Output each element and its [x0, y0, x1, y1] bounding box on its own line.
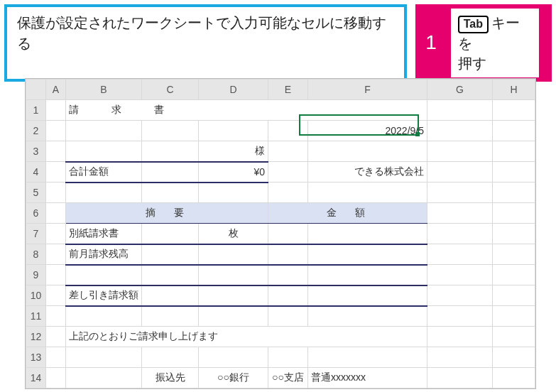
cell-E10[interactable] [268, 285, 308, 306]
cell-C9[interactable] [142, 265, 199, 285]
cell-G7[interactable] [427, 224, 493, 244]
cell-E13[interactable] [268, 347, 308, 368]
cell-C5[interactable] [142, 183, 199, 203]
cell-F5[interactable] [308, 183, 427, 203]
cell-D13[interactable] [199, 347, 268, 368]
worksheet[interactable]: A B C D E F G H 1 請 求 書 2 2022/9/5 [25, 78, 536, 389]
cell-G10[interactable] [427, 285, 493, 306]
row-header-10[interactable]: 10 [26, 285, 46, 306]
cell-D7[interactable]: 枚 [199, 224, 268, 244]
cell-D4-total[interactable]: ¥0 [199, 162, 268, 183]
row-header-1[interactable]: 1 [26, 100, 46, 121]
cell-D2[interactable] [199, 121, 268, 141]
cell-E2[interactable] [268, 121, 308, 141]
cell-E7[interactable] [268, 224, 308, 244]
cell-G14[interactable] [427, 368, 493, 388]
col-header-F[interactable]: F [308, 80, 427, 100]
cell-C14[interactable]: 振込先 [142, 368, 199, 388]
cell-H7[interactable] [493, 224, 535, 244]
row-header-13[interactable]: 13 [26, 347, 46, 368]
section-header-desc[interactable]: 摘 要 [66, 203, 268, 224]
row-header-4[interactable]: 4 [26, 162, 46, 183]
col-header-E[interactable]: E [268, 80, 308, 100]
cell-H11[interactable] [493, 306, 535, 327]
cell-A14[interactable] [46, 368, 66, 388]
cell-D10[interactable] [199, 285, 268, 306]
cell-F7[interactable] [308, 224, 427, 244]
row-header-5[interactable]: 5 [26, 183, 46, 203]
cell-E8[interactable] [268, 244, 308, 265]
cell-H10[interactable] [493, 285, 535, 306]
cell-A4[interactable] [46, 162, 66, 183]
cell-E3[interactable] [268, 141, 308, 162]
cell-A2[interactable] [46, 121, 66, 141]
cell-F14[interactable]: 普通xxxxxxx [308, 368, 427, 388]
cell-D8[interactable] [199, 244, 268, 265]
cell-E9[interactable] [268, 265, 308, 285]
cell-F11[interactable] [308, 306, 427, 327]
cell-G13[interactable] [427, 347, 493, 368]
cell-H5[interactable] [493, 183, 535, 203]
cell-F8[interactable] [308, 244, 427, 265]
cell-D3[interactable]: 様 [199, 141, 268, 162]
row-header-8[interactable]: 8 [26, 244, 46, 265]
cell-H9[interactable] [493, 265, 535, 285]
col-header-H[interactable]: H [493, 80, 535, 100]
cell-F3[interactable] [308, 141, 427, 162]
cell-B11[interactable] [66, 306, 142, 327]
row-header-3[interactable]: 3 [26, 141, 46, 162]
cell-D11[interactable] [199, 306, 268, 327]
cell-E14[interactable]: ○○支店 [268, 368, 308, 388]
cell-A5[interactable] [46, 183, 66, 203]
cell-D14[interactable]: ○○銀行 [199, 368, 268, 388]
cell-B5[interactable] [66, 183, 142, 203]
cell-D5[interactable] [199, 183, 268, 203]
section-header-amount[interactable]: 金 額 [268, 203, 427, 224]
cell-E4[interactable] [268, 162, 308, 183]
cell-G11[interactable] [427, 306, 493, 327]
cell-A1[interactable] [46, 100, 66, 121]
cell-F4-company[interactable]: できる株式会社 [308, 162, 427, 183]
cell-F13[interactable] [308, 347, 427, 368]
col-header-A[interactable]: A [46, 80, 66, 100]
cell-A3[interactable] [46, 141, 66, 162]
cell-F10[interactable] [308, 285, 427, 306]
cell-B2[interactable] [66, 121, 142, 141]
cell-A12[interactable] [46, 327, 66, 347]
cell-A7[interactable] [46, 224, 66, 244]
row-header-11[interactable]: 11 [26, 306, 46, 327]
select-all-corner[interactable] [26, 80, 46, 100]
cell-G6[interactable] [427, 203, 493, 224]
cell-B8[interactable]: 前月請求残高 [66, 244, 142, 265]
cell-F2-date[interactable]: 2022/9/5 [308, 121, 427, 141]
cell-A13[interactable] [46, 347, 66, 368]
cell-B4-total-label[interactable]: 合計金額 [66, 162, 142, 183]
row-header-14[interactable]: 14 [26, 368, 46, 388]
row-header-6[interactable]: 6 [26, 203, 46, 224]
cell-C10[interactable] [142, 285, 199, 306]
cell-C2[interactable] [142, 121, 199, 141]
cell-A11[interactable] [46, 306, 66, 327]
row-header-7[interactable]: 7 [26, 224, 46, 244]
cell-F9[interactable] [308, 265, 427, 285]
cell-H6[interactable] [493, 203, 535, 224]
cell-G5[interactable] [427, 183, 493, 203]
cell-C13[interactable] [142, 347, 199, 368]
cell-C4[interactable] [142, 162, 199, 183]
cell-B13[interactable] [66, 347, 142, 368]
cell-G12[interactable] [427, 327, 493, 347]
cell-B3[interactable] [66, 141, 142, 162]
cell-H12[interactable] [493, 327, 535, 347]
cell-H4[interactable] [493, 162, 535, 183]
cell-G4[interactable] [427, 162, 493, 183]
cell-H2[interactable] [493, 121, 535, 141]
row-header-12[interactable]: 12 [26, 327, 46, 347]
cell-H14[interactable] [493, 368, 535, 388]
cell-A10[interactable] [46, 285, 66, 306]
cell-E5[interactable] [268, 183, 308, 203]
col-header-G[interactable]: G [427, 80, 493, 100]
cell-A9[interactable] [46, 265, 66, 285]
col-header-B[interactable]: B [66, 80, 142, 100]
cell-G2[interactable] [427, 121, 493, 141]
cell-A6[interactable] [46, 203, 66, 224]
